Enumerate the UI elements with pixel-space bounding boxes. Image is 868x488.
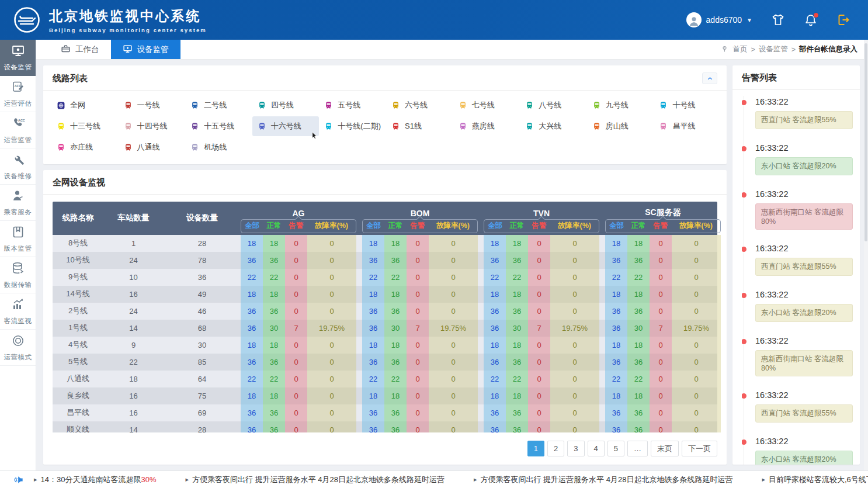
notifications-bell-icon[interactable]	[804, 13, 818, 27]
metric-cell: 0	[650, 387, 672, 404]
alarm-item[interactable]: 16:33:22西直门站 客流超限55%	[742, 97, 853, 129]
user-menu[interactable]: adds6700 ▼	[686, 12, 752, 27]
metric-cell: 0	[307, 387, 356, 404]
table-row[interactable]: 9号线1036222200222200222200222200	[53, 269, 717, 286]
line-item-3[interactable]: 二号线	[185, 95, 252, 115]
table-row[interactable]: 1号线14683630719.75%3630719.75%3630719.75%…	[53, 320, 717, 337]
metric-cell: 0	[407, 286, 429, 303]
line-item-4[interactable]: 四号线	[252, 95, 320, 115]
alarm-item[interactable]: 16:33:22惠新西街南口站 客流超限80%	[742, 189, 853, 230]
alarm-item[interactable]: 16:33:22惠新西街南口站 客流超限80%	[742, 336, 853, 376]
metric-cell: 36	[263, 303, 285, 320]
table-row[interactable]: 昌平线1669363600363600363600363600	[53, 404, 717, 421]
page-button-2[interactable]: 2	[547, 441, 564, 456]
line-item-15[interactable]: 十号线(二期)	[319, 116, 386, 136]
table-cell: 24	[103, 252, 164, 269]
alarm-item[interactable]: 16:33:22西直门站 客流超限55%	[742, 244, 853, 276]
alarm-item[interactable]: 16:33:22西直门站 客流超限55%	[742, 390, 853, 423]
table-row[interactable]: 八通线1864222200222200222200222200	[53, 371, 717, 387]
scrollbar-thumb[interactable]	[864, 43, 867, 241]
table-row[interactable]: 10号线2478363600363600363600363600	[53, 252, 717, 269]
line-item-13[interactable]: 十五号线	[185, 116, 252, 136]
line-item-5[interactable]: 五号线	[319, 95, 386, 115]
line-item-6[interactable]: 六号线	[386, 95, 453, 115]
sidebar-item-7[interactable]: 数据传输	[0, 257, 36, 293]
alarm-item[interactable]: 16:33:22东小口站 客流超限20%	[742, 290, 853, 322]
page-button-1[interactable]: 1	[527, 441, 544, 456]
sub-column-header: 全部	[605, 219, 627, 233]
breadcrumb-section[interactable]: 设备监管	[759, 44, 788, 54]
line-item-label: 七号线	[472, 100, 495, 110]
line-item-10[interactable]: 十号线	[654, 95, 721, 115]
page-button-…[interactable]: …	[627, 441, 648, 456]
header-controls: adds6700 ▼	[686, 12, 850, 27]
line-item-19[interactable]: 房山线	[587, 116, 654, 136]
line-item-20[interactable]: 昌平线	[654, 116, 721, 136]
page-button-下一页[interactable]: 下一页	[682, 441, 717, 456]
metric-cell: 0	[650, 354, 672, 371]
table-row[interactable]: 2号线2446363600363600363600363600	[53, 303, 717, 320]
line-item-11[interactable]: 十三号线	[51, 116, 119, 136]
line-item-14[interactable]: 十六号线	[252, 116, 320, 136]
sidebar-item-2[interactable]: AFC运营评估	[0, 76, 36, 112]
speaker-icon	[13, 474, 25, 486]
metric-cell: 22	[627, 371, 650, 387]
alarm-dot-icon	[742, 247, 747, 252]
sidebar-item-3[interactable]: ACC运营监管	[0, 112, 36, 148]
metric-cell: 0	[407, 371, 429, 387]
metric-cell: 0	[407, 337, 429, 354]
metric-cell: 36	[484, 421, 506, 432]
line-item-22[interactable]: 八通线	[119, 137, 186, 157]
table-row[interactable]: 顺义线1428363600363600363600363600	[53, 421, 717, 432]
top-header: 北京地铁监视中心系统 Beijing subway monitoring cen…	[0, 0, 868, 40]
table-cell: 14	[103, 320, 164, 337]
table-row[interactable]: 8号线128181800181800181800181800	[53, 235, 717, 252]
line-item-7[interactable]: 七号线	[453, 95, 520, 115]
line-item-18[interactable]: 大兴线	[520, 116, 587, 136]
logout-icon[interactable]	[836, 13, 850, 27]
sidebar-item-1[interactable]: 设备监管	[0, 40, 36, 76]
line-item-23[interactable]: 机场线	[185, 137, 252, 157]
line-item-12[interactable]: 十四号线	[119, 116, 186, 136]
metric-cell: 0	[650, 235, 672, 252]
metric-cell: 18	[627, 387, 650, 404]
tab-device-monitoring[interactable]: 设备监管	[111, 40, 180, 59]
metric-cell: 0	[550, 303, 599, 320]
page-button-4[interactable]: 4	[588, 441, 605, 456]
sidebar-item-8[interactable]: 客流监视	[0, 293, 36, 330]
sub-column-header: 全部	[484, 219, 506, 233]
sidebar-item-4[interactable]: 设备维修	[0, 148, 36, 185]
page-button-3[interactable]: 3	[567, 441, 584, 456]
alarm-item[interactable]: 16:33:22东小口站 客流超限20%	[742, 437, 853, 465]
line-item-16[interactable]: S1线	[386, 116, 453, 136]
sidebar-item-9[interactable]: 运营模式	[0, 330, 36, 366]
table-cell: 75	[164, 387, 241, 404]
page-scrollbar[interactable]	[864, 40, 868, 470]
metric-cell: 36	[241, 320, 263, 337]
sidebar-item-6[interactable]: 版本监管	[0, 221, 36, 257]
breadcrumb-home[interactable]: 首页	[732, 44, 747, 54]
line-item-1[interactable]: 全网	[51, 95, 119, 115]
tab-workbench[interactable]: 工作台	[49, 40, 111, 59]
table-row[interactable]: 4号线930181800181800181800181800	[53, 337, 717, 354]
table-row[interactable]: 14号线1649181800181800181800181800	[53, 286, 717, 303]
sidebar-item-5[interactable]: 乘客服务	[0, 185, 36, 221]
line-item-label: 十六号线	[271, 121, 301, 131]
alarm-item[interactable]: 16:33:22东小口站 客流超限20%	[742, 143, 853, 175]
collapse-panel-button[interactable]	[702, 72, 717, 84]
metric-cell: 0	[307, 421, 356, 432]
page-button-5[interactable]: 5	[607, 441, 624, 456]
person-icon	[11, 189, 25, 205]
line-item-2[interactable]: 一号线	[119, 95, 186, 115]
metric-cell: 0	[285, 337, 307, 354]
table-row[interactable]: 5号线2285363600363600363600363600	[53, 354, 717, 371]
line-item-21[interactable]: 亦庄线	[51, 137, 119, 157]
theme-skin-icon[interactable]	[771, 13, 785, 27]
line-item-8[interactable]: 八号线	[520, 95, 587, 115]
metric-cell: 0	[307, 354, 356, 371]
line-item-9[interactable]: 九号线	[587, 95, 654, 115]
page-button-末页[interactable]: 末页	[651, 441, 679, 456]
subway-logo-icon	[13, 6, 41, 34]
table-row[interactable]: 良乡线1675181800181800181800181800	[53, 387, 717, 404]
line-item-17[interactable]: 燕房线	[453, 116, 520, 136]
